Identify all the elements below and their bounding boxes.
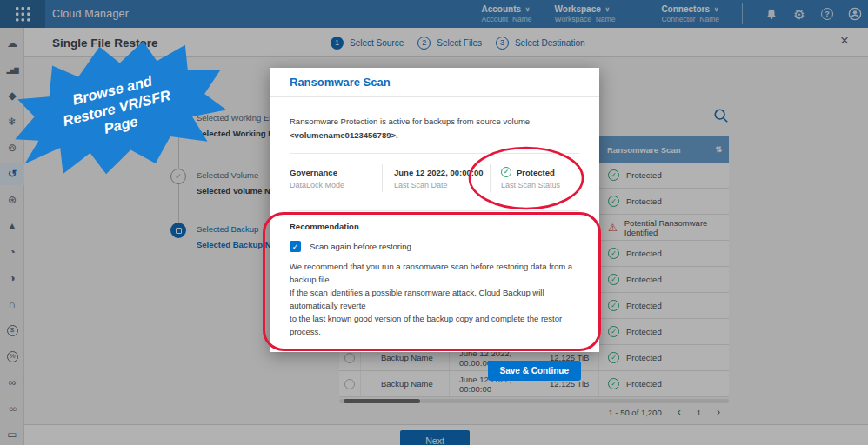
- ransomware-scan-dialog: Ransomware Scan Ransomware Protection is…: [270, 68, 599, 352]
- recommendation-line: If the scan identifies a possible ransom…: [290, 286, 579, 312]
- app-window: Cloud Manager Accounts∨ Account_Name Wor…: [0, 0, 868, 445]
- recommendation-line: to the last known good version of the ba…: [290, 312, 579, 338]
- checkbox-checked-icon[interactable]: ✓: [290, 241, 301, 252]
- divider: [290, 153, 579, 154]
- recommendation-line: We recommend that you run a ransomware s…: [290, 260, 579, 286]
- dialog-intro-text: Ransomware Protection is active for back…: [290, 115, 579, 143]
- scan-date-label: Last Scan Date: [394, 181, 490, 189]
- recommendation-text: We recommend that you run a ransomware s…: [290, 260, 579, 338]
- governance-mode: Governance DataLock Mode: [290, 164, 383, 192]
- intro-line: Ransomware Protection is active for back…: [290, 115, 579, 129]
- recommendation-heading: Recommendation: [290, 222, 579, 231]
- checkbox-label: Scan again before restoring: [310, 242, 411, 251]
- last-scan-date: June 12 2022, 00:00:00 Last Scan Date: [383, 164, 491, 192]
- divider: [290, 210, 579, 211]
- scan-summary-row: Governance DataLock Mode June 12 2022, 0…: [290, 164, 579, 192]
- dialog-header: Ransomware Scan: [270, 68, 599, 97]
- source-volume-name: <volumename0123456789>.: [290, 129, 579, 143]
- scan-again-checkbox-row[interactable]: ✓ Scan again before restoring: [290, 241, 579, 252]
- last-scan-status: ✓ Protected Last Scan Status: [491, 164, 560, 192]
- scan-date-value: June 12 2022, 00:00:00: [394, 168, 490, 177]
- governance-value: Governance: [290, 168, 382, 177]
- governance-label: DataLock Mode: [290, 181, 382, 189]
- divider: [290, 349, 579, 349]
- scan-status-value: Protected: [517, 168, 555, 177]
- dialog-title: Ransomware Scan: [290, 76, 391, 89]
- check-circle-icon: ✓: [501, 167, 511, 177]
- save-and-continue-button[interactable]: Save & Continue: [488, 361, 581, 381]
- scan-status-label: Last Scan Status: [501, 181, 560, 189]
